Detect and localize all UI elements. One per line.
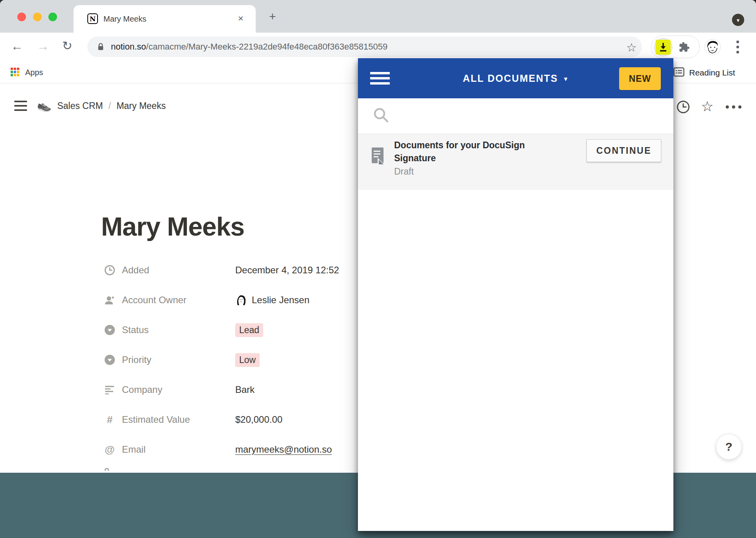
- address-bar[interactable]: notion.so/camacme/Mary-Meeks-2219a2de94f…: [87, 37, 642, 57]
- email-link[interactable]: marymeeks@notion.so: [235, 444, 332, 455]
- extensions-container: [651, 35, 700, 58]
- tab-search-button[interactable]: ▼: [732, 14, 744, 26]
- breadcrumb-page[interactable]: Mary Meeks: [116, 101, 166, 111]
- back-button[interactable]: ←: [11, 39, 23, 53]
- url-domain: notion.so: [111, 42, 146, 52]
- property-label: Estimated Value: [122, 414, 235, 425]
- docusign-extension-icon[interactable]: [656, 40, 671, 55]
- document-status: Draft: [394, 166, 414, 177]
- clock-icon: [104, 264, 116, 276]
- property-label: Priority: [122, 354, 235, 365]
- property-value-company[interactable]: Bark: [235, 384, 254, 395]
- sneaker-emoji-icon: 👟: [37, 98, 52, 112]
- property-row-priority[interactable]: Priority Low: [104, 345, 358, 375]
- property-row-company[interactable]: Company Bark: [104, 375, 358, 405]
- notion-favicon-icon: N: [87, 13, 98, 24]
- property-row-email[interactable]: @ Email marymeeks@notion.so: [104, 435, 358, 464]
- page-options-icon[interactable]: [726, 105, 744, 109]
- docusign-panel: ALL DOCUMENTS ▼ NEW Documents for your D…: [358, 58, 673, 531]
- breadcrumb-separator: /: [109, 101, 111, 111]
- person-avatar: [235, 294, 247, 306]
- breadcrumb: 👟 Sales CRM / Mary Meeks: [37, 99, 166, 113]
- properties-list: Added December 4, 2019 12:52 Account Own…: [104, 255, 358, 464]
- browser-tab[interactable]: N Mary Meeks ×: [74, 5, 256, 33]
- property-label: Status: [122, 324, 235, 335]
- select-dropdown-icon: [104, 324, 116, 336]
- dropdown-triangle-icon: ▼: [563, 76, 569, 82]
- chevron-down-icon: ▼: [736, 18, 741, 23]
- select-dropdown-icon: [104, 354, 116, 366]
- window-minimize-button[interactable]: [33, 13, 42, 21]
- next-property-partial-icon: [105, 468, 109, 471]
- help-button[interactable]: ?: [716, 434, 742, 460]
- apps-bookmark[interactable]: Apps: [25, 68, 43, 77]
- continue-button[interactable]: CONTINUE: [586, 139, 661, 162]
- window-close-button[interactable]: [17, 13, 26, 21]
- breadcrumb-workspace[interactable]: Sales CRM: [57, 101, 103, 111]
- window-zoom-button[interactable]: [48, 13, 57, 21]
- priority-tag[interactable]: Low: [235, 353, 260, 367]
- forward-button: →: [37, 39, 49, 53]
- notion-sidebar-menu-icon[interactable]: [14, 101, 27, 111]
- page-title: Mary Meeks: [101, 212, 244, 241]
- status-tag[interactable]: Lead: [235, 323, 263, 337]
- download-arrow-icon: [658, 42, 668, 52]
- tab-title: Mary Meeks: [103, 15, 146, 24]
- documents-dropdown-label: ALL DOCUMENTS: [463, 73, 558, 84]
- text-lines-icon: [104, 384, 116, 396]
- new-document-button[interactable]: NEW: [619, 67, 661, 90]
- search-icon[interactable]: [373, 107, 389, 123]
- person-icon: [104, 294, 116, 306]
- browser-window: N Mary Meeks × + ▼ ← → ↻ notion.so/camac…: [0, 0, 756, 538]
- url-text: notion.so/camacme/Mary-Meeks-2219a2de94f…: [111, 42, 387, 52]
- number-hash-icon: #: [104, 414, 116, 426]
- browser-menu-button[interactable]: [736, 41, 739, 54]
- document-signature-icon: [371, 147, 385, 165]
- reload-button[interactable]: ↻: [62, 39, 72, 53]
- property-row-account-owner[interactable]: Account Owner Leslie Jensen: [104, 285, 358, 315]
- lock-icon: [97, 42, 105, 51]
- new-tab-button[interactable]: +: [269, 13, 276, 20]
- url-path: /camacme/Mary-Meeks-2219a2de94fe48eca80f…: [146, 42, 387, 52]
- property-label: Email: [122, 444, 235, 455]
- property-label: Company: [122, 384, 235, 395]
- extensions-puzzle-icon[interactable]: [677, 41, 690, 53]
- document-title[interactable]: Documents for your DocuSign Signature: [394, 139, 555, 165]
- property-label: Added: [122, 265, 235, 276]
- close-tab-icon[interactable]: ×: [238, 13, 243, 24]
- reading-list-button[interactable]: Reading List: [689, 68, 735, 77]
- property-row-added[interactable]: Added December 4, 2019 12:52: [104, 255, 358, 285]
- profile-avatar[interactable]: [704, 39, 721, 55]
- bookmark-star-icon[interactable]: ☆: [626, 41, 637, 54]
- page-favorite-star-icon[interactable]: ☆: [701, 98, 714, 115]
- question-mark-icon: ?: [725, 440, 732, 453]
- page-history-icon[interactable]: [677, 100, 690, 114]
- property-value-account-owner[interactable]: Leslie Jensen: [252, 295, 310, 306]
- property-row-status[interactable]: Status Lead: [104, 315, 358, 345]
- property-label: Account Owner: [122, 295, 235, 306]
- apps-grid-icon: [11, 68, 20, 77]
- reading-list-icon: [673, 67, 684, 77]
- property-value-added[interactable]: December 4, 2019 12:52: [235, 265, 339, 276]
- document-list-item[interactable]: Documents for your DocuSign Signature Dr…: [358, 134, 673, 190]
- property-row-estimated-value[interactable]: # Estimated Value $20,000.00: [104, 405, 358, 435]
- property-value-estimated[interactable]: $20,000.00: [235, 414, 282, 425]
- at-sign-icon: @: [104, 444, 116, 455]
